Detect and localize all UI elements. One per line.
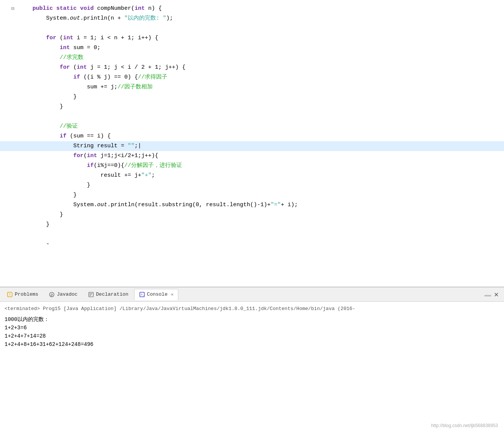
console-output: <terminated> Prog15 [Java Application] /…: [0, 302, 504, 432]
svg-text:>_: >_: [141, 293, 145, 297]
code-line: }: [0, 181, 504, 190]
line-content: sum += j;//因子数相加: [19, 82, 496, 92]
line-content: }: [19, 190, 496, 200]
code-line: [0, 230, 504, 239]
line-content: }: [19, 92, 496, 102]
line-content: }: [19, 102, 496, 112]
line-content: for(int j=1;j<i/2+1;j++){: [19, 151, 496, 161]
line-content: //验证: [19, 122, 496, 131]
collapse-icon[interactable]: ⊟: [11, 4, 14, 14]
line-content: result += j+"+";: [19, 171, 496, 181]
code-line: }: [0, 190, 504, 200]
close-panel-button[interactable]: ✕: [493, 291, 499, 298]
line-content: if(i%j==0){//分解因子，进行验证: [19, 161, 496, 171]
line-content: int sum = 0;: [19, 43, 496, 53]
line-content: for (int i = 1; i < n + 1; i++) {: [19, 33, 496, 43]
code-line: if (sum == i) {: [0, 131, 504, 141]
code-line: ⊟ public static void compNumber(int n) {: [0, 4, 504, 14]
tab-declaration[interactable]: Declaration: [83, 289, 133, 300]
code-line: for(int j=1;j<i/2+1;j++){: [0, 151, 504, 161]
code-line: if(i%j==0){//分解因子，进行验证: [0, 161, 504, 171]
tab-label-problems: Problems: [15, 292, 38, 297]
line-content: if (sum == i) {: [19, 131, 496, 141]
line-content: -: [19, 239, 496, 249]
watermark: http://blog.csdn.net/ljb568838953: [431, 423, 498, 428]
code-line: //求完数: [0, 53, 504, 63]
line-content: String result = "";|: [19, 141, 496, 151]
code-editor: ⊟ public static void compNumber(int n) {…: [0, 0, 504, 287]
line-content: //求完数: [19, 53, 496, 63]
line-content: for (int j = 1; j < i / 2 + 1; j++) {: [19, 63, 496, 73]
code-line: for (int i = 1; i < n + 1; i++) {: [0, 33, 504, 43]
javadoc-icon: @: [49, 292, 55, 298]
line-content: }: [19, 220, 496, 230]
code-line: int sum = 0;: [0, 43, 504, 53]
tab-bar: !Problems@JavadocDeclaration>_Console✕ ✕: [0, 287, 504, 302]
tab-label-declaration: Declaration: [96, 292, 128, 297]
code-line: System.out.println(result.substring(0, r…: [0, 200, 504, 210]
tab-label-javadoc: Javadoc: [57, 292, 77, 297]
tab-actions: ✕: [484, 291, 502, 298]
code-line: }: [0, 210, 504, 220]
line-content: }: [19, 210, 496, 220]
problems-icon: !: [7, 292, 13, 298]
declaration-icon: [88, 292, 94, 298]
code-line: result += j+"+";: [0, 171, 504, 181]
minimize-button[interactable]: [484, 295, 491, 296]
code-line: sum += j;//因子数相加: [0, 82, 504, 92]
code-line: }: [0, 102, 504, 112]
code-line: if ((i % j) == 0) {//求得因子: [0, 73, 504, 82]
console-output-line: 1+2+4+7+14=28: [5, 332, 499, 340]
tab-problems[interactable]: !Problems: [2, 289, 43, 300]
console-terminated-line: <terminated> Prog15 [Java Application] /…: [5, 305, 499, 313]
line-content: public static void compNumber(int n) {: [19, 4, 496, 14]
tab-label-console: Console: [147, 292, 168, 297]
tab-close-icon[interactable]: ✕: [171, 292, 173, 297]
code-line: }: [0, 92, 504, 102]
code-line: System.out.println(n + "以内的完数: ");: [0, 14, 504, 23]
code-line: }: [0, 220, 504, 230]
tab-console[interactable]: >_Console✕: [134, 289, 178, 300]
bottom-panel: !Problems@JavadocDeclaration>_Console✕ ✕…: [0, 287, 504, 432]
code-line: for (int j = 1; j < i / 2 + 1; j++) {: [0, 63, 504, 73]
line-gutter: ⊟: [0, 4, 19, 14]
line-content: if ((i % j) == 0) {//求得因子: [19, 73, 496, 82]
tab-javadoc[interactable]: @Javadoc: [44, 289, 82, 300]
line-content: }: [19, 181, 496, 190]
code-line: String result = "";|: [0, 141, 504, 151]
svg-text:!: !: [9, 293, 11, 297]
code-line: -: [0, 239, 504, 249]
code-lines: ⊟ public static void compNumber(int n) {…: [0, 0, 504, 253]
code-line: [0, 112, 504, 122]
code-line: [0, 23, 504, 33]
line-content: System.out.println(result.substring(0, r…: [19, 200, 496, 210]
line-content: System.out.println(n + "以内的完数: ");: [19, 14, 496, 23]
console-output-line: 1+2+3=6: [5, 324, 499, 332]
console-output-line: 1+2+4+8+16+31+62+124+248=496: [5, 340, 499, 349]
console-output-line: 1000以内的完数：: [5, 315, 499, 324]
console-icon: >_: [139, 292, 145, 298]
svg-text:@: @: [51, 293, 53, 297]
code-line: //验证: [0, 122, 504, 131]
